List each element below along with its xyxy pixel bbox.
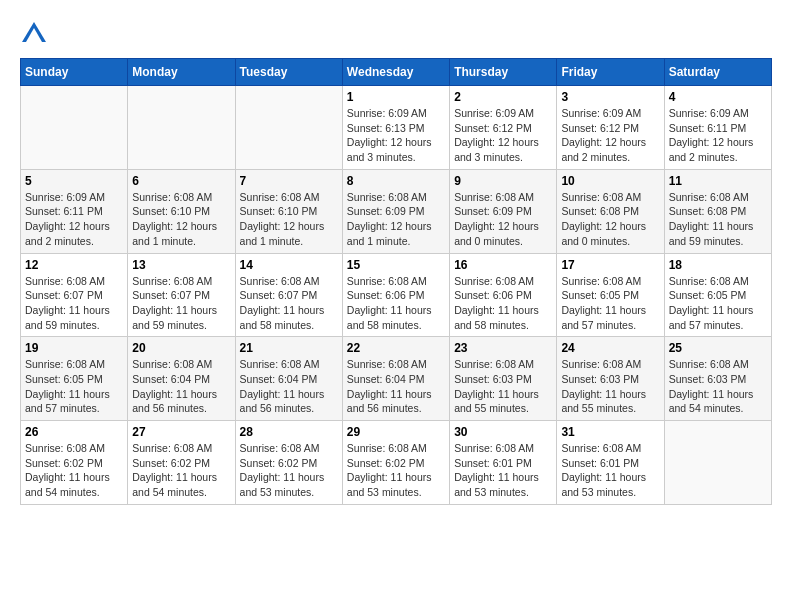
day-number: 7	[240, 174, 338, 188]
calendar-cell	[21, 86, 128, 170]
day-number: 27	[132, 425, 230, 439]
sunset-text: Sunset: 6:01 PM	[561, 456, 659, 471]
daylight-text: Daylight: 11 hours and 57 minutes.	[561, 303, 659, 332]
sunset-text: Sunset: 6:02 PM	[240, 456, 338, 471]
calendar-cell: 10Sunrise: 6:08 AMSunset: 6:08 PMDayligh…	[557, 169, 664, 253]
day-number: 13	[132, 258, 230, 272]
sunrise-text: Sunrise: 6:08 AM	[669, 274, 767, 289]
daylight-text: Daylight: 11 hours and 56 minutes.	[240, 387, 338, 416]
day-number: 11	[669, 174, 767, 188]
day-number: 23	[454, 341, 552, 355]
day-info: Sunrise: 6:08 AMSunset: 6:06 PMDaylight:…	[454, 274, 552, 333]
daylight-text: Daylight: 11 hours and 53 minutes.	[240, 470, 338, 499]
daylight-text: Daylight: 12 hours and 3 minutes.	[347, 135, 445, 164]
sunset-text: Sunset: 6:06 PM	[454, 288, 552, 303]
daylight-text: Daylight: 11 hours and 54 minutes.	[132, 470, 230, 499]
calendar-cell: 23Sunrise: 6:08 AMSunset: 6:03 PMDayligh…	[450, 337, 557, 421]
sunset-text: Sunset: 6:11 PM	[25, 204, 123, 219]
logo-icon	[20, 20, 48, 48]
sunrise-text: Sunrise: 6:09 AM	[25, 190, 123, 205]
sunrise-text: Sunrise: 6:08 AM	[669, 190, 767, 205]
day-info: Sunrise: 6:08 AMSunset: 6:02 PMDaylight:…	[240, 441, 338, 500]
daylight-text: Daylight: 12 hours and 0 minutes.	[561, 219, 659, 248]
daylight-text: Daylight: 12 hours and 3 minutes.	[454, 135, 552, 164]
day-info: Sunrise: 6:09 AMSunset: 6:13 PMDaylight:…	[347, 106, 445, 165]
sunset-text: Sunset: 6:03 PM	[669, 372, 767, 387]
sunrise-text: Sunrise: 6:08 AM	[240, 441, 338, 456]
calendar-cell	[235, 86, 342, 170]
sunset-text: Sunset: 6:04 PM	[347, 372, 445, 387]
day-number: 3	[561, 90, 659, 104]
calendar-cell: 14Sunrise: 6:08 AMSunset: 6:07 PMDayligh…	[235, 253, 342, 337]
day-number: 10	[561, 174, 659, 188]
sunset-text: Sunset: 6:10 PM	[240, 204, 338, 219]
weekday-header: Thursday	[450, 59, 557, 86]
day-info: Sunrise: 6:08 AMSunset: 6:08 PMDaylight:…	[669, 190, 767, 249]
weekday-header: Wednesday	[342, 59, 449, 86]
daylight-text: Daylight: 12 hours and 1 minute.	[240, 219, 338, 248]
calendar-cell: 30Sunrise: 6:08 AMSunset: 6:01 PMDayligh…	[450, 421, 557, 505]
day-number: 29	[347, 425, 445, 439]
calendar-cell: 21Sunrise: 6:08 AMSunset: 6:04 PMDayligh…	[235, 337, 342, 421]
day-info: Sunrise: 6:09 AMSunset: 6:12 PMDaylight:…	[454, 106, 552, 165]
daylight-text: Daylight: 11 hours and 58 minutes.	[347, 303, 445, 332]
calendar-cell: 12Sunrise: 6:08 AMSunset: 6:07 PMDayligh…	[21, 253, 128, 337]
sunrise-text: Sunrise: 6:08 AM	[561, 190, 659, 205]
day-info: Sunrise: 6:08 AMSunset: 6:07 PMDaylight:…	[25, 274, 123, 333]
calendar-week-row: 26Sunrise: 6:08 AMSunset: 6:02 PMDayligh…	[21, 421, 772, 505]
daylight-text: Daylight: 12 hours and 1 minute.	[347, 219, 445, 248]
sunrise-text: Sunrise: 6:08 AM	[25, 274, 123, 289]
day-info: Sunrise: 6:08 AMSunset: 6:04 PMDaylight:…	[240, 357, 338, 416]
day-number: 8	[347, 174, 445, 188]
sunrise-text: Sunrise: 6:08 AM	[347, 274, 445, 289]
sunrise-text: Sunrise: 6:09 AM	[454, 106, 552, 121]
sunrise-text: Sunrise: 6:08 AM	[669, 357, 767, 372]
sunrise-text: Sunrise: 6:08 AM	[454, 274, 552, 289]
sunset-text: Sunset: 6:07 PM	[132, 288, 230, 303]
page-header	[20, 20, 772, 48]
sunrise-text: Sunrise: 6:08 AM	[561, 274, 659, 289]
daylight-text: Daylight: 12 hours and 0 minutes.	[454, 219, 552, 248]
sunrise-text: Sunrise: 6:08 AM	[132, 190, 230, 205]
calendar-cell: 29Sunrise: 6:08 AMSunset: 6:02 PMDayligh…	[342, 421, 449, 505]
sunset-text: Sunset: 6:10 PM	[132, 204, 230, 219]
sunset-text: Sunset: 6:03 PM	[454, 372, 552, 387]
day-info: Sunrise: 6:08 AMSunset: 6:10 PMDaylight:…	[132, 190, 230, 249]
sunset-text: Sunset: 6:07 PM	[25, 288, 123, 303]
day-number: 31	[561, 425, 659, 439]
day-number: 21	[240, 341, 338, 355]
calendar-cell: 17Sunrise: 6:08 AMSunset: 6:05 PMDayligh…	[557, 253, 664, 337]
day-info: Sunrise: 6:08 AMSunset: 6:01 PMDaylight:…	[561, 441, 659, 500]
day-number: 18	[669, 258, 767, 272]
day-number: 9	[454, 174, 552, 188]
sunrise-text: Sunrise: 6:09 AM	[561, 106, 659, 121]
daylight-text: Daylight: 11 hours and 53 minutes.	[561, 470, 659, 499]
sunset-text: Sunset: 6:04 PM	[132, 372, 230, 387]
sunset-text: Sunset: 6:03 PM	[561, 372, 659, 387]
day-info: Sunrise: 6:08 AMSunset: 6:04 PMDaylight:…	[347, 357, 445, 416]
day-info: Sunrise: 6:08 AMSunset: 6:10 PMDaylight:…	[240, 190, 338, 249]
calendar-cell	[664, 421, 771, 505]
sunset-text: Sunset: 6:05 PM	[669, 288, 767, 303]
daylight-text: Daylight: 12 hours and 2 minutes.	[669, 135, 767, 164]
daylight-text: Daylight: 11 hours and 59 minutes.	[25, 303, 123, 332]
sunrise-text: Sunrise: 6:08 AM	[240, 274, 338, 289]
calendar-cell: 19Sunrise: 6:08 AMSunset: 6:05 PMDayligh…	[21, 337, 128, 421]
day-number: 22	[347, 341, 445, 355]
daylight-text: Daylight: 12 hours and 1 minute.	[132, 219, 230, 248]
daylight-text: Daylight: 11 hours and 55 minutes.	[561, 387, 659, 416]
daylight-text: Daylight: 11 hours and 58 minutes.	[454, 303, 552, 332]
sunrise-text: Sunrise: 6:08 AM	[347, 357, 445, 372]
calendar-cell: 5Sunrise: 6:09 AMSunset: 6:11 PMDaylight…	[21, 169, 128, 253]
sunset-text: Sunset: 6:09 PM	[454, 204, 552, 219]
day-info: Sunrise: 6:08 AMSunset: 6:09 PMDaylight:…	[347, 190, 445, 249]
sunrise-text: Sunrise: 6:08 AM	[454, 441, 552, 456]
calendar-cell: 25Sunrise: 6:08 AMSunset: 6:03 PMDayligh…	[664, 337, 771, 421]
sunset-text: Sunset: 6:04 PM	[240, 372, 338, 387]
sunrise-text: Sunrise: 6:09 AM	[347, 106, 445, 121]
calendar-cell: 9Sunrise: 6:08 AMSunset: 6:09 PMDaylight…	[450, 169, 557, 253]
day-number: 24	[561, 341, 659, 355]
calendar-cell: 22Sunrise: 6:08 AMSunset: 6:04 PMDayligh…	[342, 337, 449, 421]
sunset-text: Sunset: 6:12 PM	[561, 121, 659, 136]
day-number: 28	[240, 425, 338, 439]
